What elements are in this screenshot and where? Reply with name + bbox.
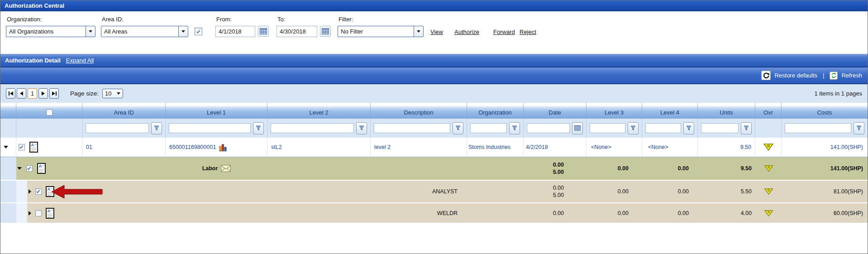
next-page-button[interactable] (38, 88, 48, 99)
level1-filter-input[interactable] (169, 123, 251, 133)
svg-text:A: A (39, 164, 42, 168)
expand-expander-icon[interactable] (29, 211, 31, 216)
select-all-checkbox[interactable] (46, 109, 52, 115)
date-filter-calendar-button[interactable] (572, 122, 583, 134)
collapse-expander-icon[interactable] (17, 167, 22, 170)
cell-level4[interactable]: <None> (642, 138, 698, 157)
memo-icon[interactable]: A (37, 163, 46, 174)
child-level4: 0.00 (642, 181, 698, 202)
area-id-filter-input[interactable] (86, 123, 149, 133)
level3-filter-input[interactable] (590, 123, 625, 133)
level2-filter-button[interactable] (356, 122, 367, 134)
costs-filter-button[interactable] (854, 122, 864, 134)
header-units[interactable]: Units (698, 106, 755, 119)
chevron-down-icon[interactable] (414, 26, 423, 37)
memo-icon[interactable]: A (46, 208, 54, 219)
cell-level2[interactable]: stL2 (267, 138, 371, 157)
refresh-icon[interactable] (830, 72, 838, 80)
current-page-button[interactable]: 1 (28, 88, 37, 99)
from-calendar-button[interactable] (258, 26, 269, 37)
authorize-link[interactable]: Authorize (454, 29, 479, 35)
cell-description[interactable]: level 2 (371, 138, 467, 157)
last-page-button[interactable] (49, 88, 59, 99)
date-filter-input[interactable] (527, 123, 570, 133)
from-date-input[interactable] (215, 26, 255, 37)
memo-icon[interactable]: A (29, 142, 38, 153)
group-label[interactable]: Labor (202, 165, 218, 172)
grid-toolbar: Restore defaults | Refresh (0, 67, 868, 84)
forward-link[interactable]: Forward (493, 29, 515, 35)
from-label: From: (216, 16, 232, 23)
header-description[interactable]: Description (371, 106, 467, 119)
organization-filter-button[interactable] (509, 122, 520, 134)
units-filter-button[interactable] (741, 122, 752, 134)
envelope-icon[interactable] (221, 165, 231, 172)
child-level3: 0.00 (587, 181, 642, 202)
organization-dropdown[interactable]: All Organizations (6, 26, 95, 37)
chart-icon[interactable] (219, 143, 227, 152)
refresh-button[interactable]: Refresh (841, 72, 862, 79)
prev-page-button[interactable] (17, 88, 26, 99)
row-checkbox[interactable] (19, 144, 25, 150)
costs-filter-input[interactable] (785, 123, 851, 133)
level2-filter-input[interactable] (271, 123, 354, 133)
filter-value: No Filter (338, 26, 414, 37)
header-area-id[interactable]: Area ID (82, 106, 166, 119)
header-costs[interactable]: Costs (782, 106, 868, 119)
header-select-col (16, 106, 82, 119)
header-level4[interactable]: Level 4 (642, 106, 698, 119)
area-id-dropdown[interactable]: All Areas (101, 26, 188, 37)
view-link[interactable]: View (430, 29, 443, 35)
cell-level3[interactable]: <None> (587, 138, 642, 157)
area-id-filter-button[interactable] (151, 122, 162, 134)
expand-expander-icon[interactable] (29, 189, 31, 194)
child-checkbox[interactable] (35, 210, 42, 216)
header-level3[interactable]: Level 3 (587, 106, 642, 119)
level1-value[interactable]: 650001169800001 (169, 144, 216, 150)
header-date[interactable]: Date (524, 106, 587, 119)
child-description[interactable]: WELDR (371, 203, 467, 223)
restore-defaults-icon[interactable] (761, 71, 771, 80)
override-icon[interactable] (764, 188, 773, 195)
header-ovr[interactable]: Ovr (755, 106, 782, 119)
organization-filter-input[interactable] (470, 123, 507, 133)
first-page-button[interactable] (6, 88, 15, 99)
cell-date[interactable]: 4/2/2018 (524, 138, 587, 157)
description-filter-input[interactable] (374, 123, 450, 133)
restore-defaults-button[interactable]: Restore defaults (774, 72, 817, 79)
child-description[interactable]: ANALYST (371, 181, 467, 202)
cell-costs[interactable]: 141.00(SHP) (782, 138, 868, 157)
reject-link[interactable]: Reject (520, 29, 536, 35)
expand-all-link[interactable]: Expand All (66, 57, 94, 64)
cell-organization[interactable]: Stoms Industries (467, 138, 524, 157)
level3-filter-button[interactable] (628, 122, 639, 134)
cell-units[interactable]: 9.50 (698, 138, 755, 157)
child-ovr-cell (755, 181, 782, 202)
chevron-down-icon[interactable] (178, 26, 188, 37)
header-organization[interactable]: Organization (467, 106, 524, 119)
child-row-weldr: A WELDR 0.00 0.00 0.00 4.00 60.00(SHP) (0, 203, 868, 223)
cell-area-id[interactable]: 01 (82, 138, 166, 157)
page-size-dropdown[interactable]: 10 (102, 89, 123, 98)
units-filter-input[interactable] (701, 123, 739, 133)
area-filter-checkbox[interactable] (195, 28, 202, 35)
override-icon[interactable] (763, 144, 773, 151)
override-icon[interactable] (764, 210, 773, 216)
level1-filter-button[interactable] (253, 122, 264, 134)
header-level1[interactable]: Level 1 (166, 106, 267, 119)
override-icon[interactable] (764, 165, 773, 172)
description-filter-button[interactable] (453, 122, 463, 134)
child-checkbox[interactable] (35, 188, 42, 195)
to-date-input[interactable] (277, 26, 317, 37)
collapse-expander-icon[interactable] (4, 146, 8, 149)
group-date-line1: 0.00 (527, 161, 564, 168)
to-calendar-button[interactable] (320, 26, 331, 37)
level4-filter-button[interactable] (683, 122, 694, 134)
header-level2[interactable]: Level 2 (267, 106, 371, 119)
funnel-icon (686, 125, 692, 131)
filter-dropdown[interactable]: No Filter (338, 26, 424, 37)
funnel-icon (512, 125, 517, 131)
chevron-down-icon[interactable] (86, 26, 95, 37)
level4-filter-input[interactable] (645, 123, 681, 133)
group-checkbox[interactable] (26, 165, 33, 172)
